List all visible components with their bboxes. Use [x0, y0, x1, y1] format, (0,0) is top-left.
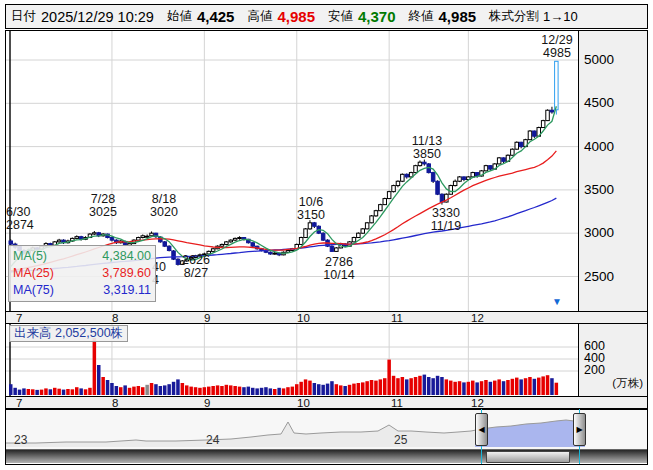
month-tick-label: 9 — [204, 397, 210, 409]
volume-tick-label: 200 — [584, 363, 605, 377]
price-annotation: 2786 10/14 — [323, 256, 354, 281]
volume-pane[interactable]: 出来高 2,052,500株 — [6, 324, 578, 396]
volume-unit-label: (万株) — [612, 376, 643, 391]
navigator-year-label: 24 — [206, 433, 219, 447]
month-tick-label: 11 — [391, 397, 403, 409]
ma5-value: 4,384.00 — [102, 248, 151, 265]
close-value: 4,985 — [439, 8, 477, 25]
quote-header: 日付 2025/12/29 10:29 始値 4,425 高値 4,985 安値… — [5, 4, 648, 29]
month-tick-label: 9 — [204, 312, 210, 324]
navigator-right-handle[interactable]: ▶ — [573, 413, 586, 446]
price-chart-pane[interactable]: 6/30 28747/28 30258/18 302040 42626 8/27… — [6, 30, 578, 311]
stock-split-value: 1→10 — [543, 9, 578, 24]
volume-axis: (万株) 600400200 — [578, 324, 647, 396]
range-navigator[interactable]: 232425 ◀ ▶ — [6, 409, 647, 449]
month-tick-label: 12 — [471, 397, 484, 409]
scrollbar-track[interactable] — [6, 449, 647, 463]
scrollbar-thumb[interactable] — [486, 451, 570, 463]
date-value: 2025/12/29 10:29 — [41, 9, 154, 25]
ma-legend: MA(5)4,384.00 MA(25)3,789.60 MA(75)3,319… — [8, 245, 156, 302]
price-annotation: 10/6 3150 — [297, 196, 325, 221]
month-tick-label: 7 — [16, 397, 22, 409]
price-annotation: 12/29 4985 — [541, 34, 572, 59]
open-value: 4,425 — [197, 8, 235, 25]
month-tick-label: 11 — [391, 312, 403, 324]
ma25-value: 3,789.60 — [102, 265, 151, 282]
navigator-left-handle[interactable]: ◀ — [475, 413, 488, 446]
month-tick-label: 8 — [112, 312, 118, 324]
ma5-label: MA(5) — [13, 248, 47, 265]
current-day-marker-icon: ▼ — [552, 297, 562, 307]
price-tick-label: 2500 — [584, 269, 614, 284]
price-annotation: 11/13 3850 — [412, 135, 442, 160]
ma75-label: MA(75) — [13, 282, 54, 299]
price-tick-label: 5000 — [584, 52, 614, 67]
volume-readout: 出来高 2,052,500株 — [9, 325, 128, 342]
navigator-area-chart — [6, 410, 647, 450]
ma25-label: MA(25) — [13, 265, 54, 282]
stock-chart-widget: 日付 2025/12/29 10:29 始値 4,425 高値 4,985 安値… — [0, 0, 653, 470]
low-label: 安値 — [328, 8, 353, 25]
high-label: 高値 — [247, 8, 272, 25]
month-axis-volume: 789101112 — [6, 396, 647, 409]
month-axis-main: 789101112 — [6, 311, 647, 324]
price-tick-label: 3000 — [584, 225, 614, 240]
price-annotation: 6/30 2874 — [6, 206, 34, 231]
price-axis: 500045004000350030002500 — [578, 30, 647, 311]
month-tick-label: 10 — [297, 397, 310, 409]
low-value: 4,370 — [358, 8, 396, 25]
navigator-year-label: 25 — [394, 433, 407, 447]
ma5-line — [11, 106, 557, 266]
price-annotation: 3330 11/19 — [431, 207, 461, 232]
month-tick-label: 10 — [297, 312, 310, 324]
stock-split-label: 株式分割 — [489, 8, 539, 25]
price-annotation: 7/28 3025 — [89, 193, 117, 218]
price-tick-label: 4000 — [584, 139, 614, 154]
close-label: 終値 — [409, 8, 434, 25]
ma75-value: 3,319.11 — [103, 282, 151, 299]
navigator-year-label: 23 — [14, 433, 27, 447]
high-value: 4,985 — [277, 8, 315, 25]
open-label: 始値 — [167, 8, 192, 25]
month-tick-label: 12 — [471, 312, 484, 324]
price-tick-label: 4500 — [584, 95, 614, 110]
month-tick-label: 8 — [112, 397, 118, 409]
price-annotation: 2626 8/27 — [182, 254, 210, 279]
month-tick-label: 7 — [16, 312, 22, 324]
candle-series — [9, 61, 558, 265]
date-label: 日付 — [11, 8, 36, 25]
price-annotation: 8/18 3020 — [150, 193, 178, 218]
price-tick-label: 3500 — [584, 182, 614, 197]
